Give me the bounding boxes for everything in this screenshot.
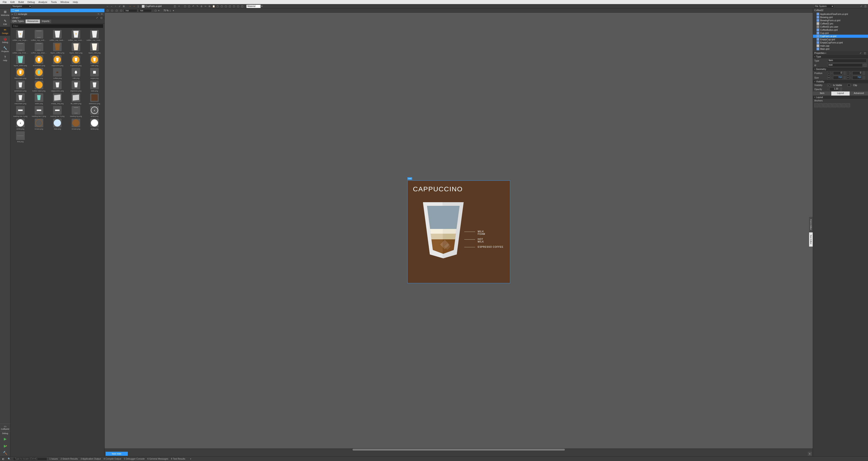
h-spinner[interactable] <box>863 76 865 79</box>
kit-project[interactable]: ▭Coffee02 <box>0 424 10 431</box>
resource-item[interactable]: loading bar 1.png <box>12 106 29 117</box>
canvas-tool-4-icon[interactable]: ▢ <box>119 9 123 12</box>
export-icon[interactable]: ⇱ <box>98 13 99 15</box>
undo-icon[interactable]: ↶ <box>191 4 195 8</box>
props-expand-icon[interactable]: ⤢ <box>859 51 862 55</box>
resource-item[interactable]: coffee_cup_outline.p… <box>30 30 48 41</box>
anchor-left[interactable] <box>824 103 828 107</box>
resource-item[interactable]: white.png <box>86 119 103 130</box>
resource-item[interactable]: liquid_coffee.png <box>49 42 66 54</box>
navigator-root-row[interactable]: root <box>10 9 104 12</box>
resource-item[interactable]: reference.png <box>86 93 103 105</box>
sidebar-toggle-icon[interactable]: ◧ <box>1 457 5 461</box>
menu-debug[interactable]: Debug <box>26 1 36 3</box>
resource-item[interactable]: Americano.png <box>30 55 48 67</box>
is-visible-checkbox[interactable] <box>828 84 830 87</box>
canvas-opt-icon[interactable]: ▢ <box>154 9 157 12</box>
add-state-button[interactable]: + <box>808 452 812 456</box>
output-pane-tab[interactable]: 4 Compile Output <box>103 458 121 460</box>
resource-item[interactable]: cappuccino.png <box>49 80 66 92</box>
mode-help[interactable]: ?Help <box>0 54 10 63</box>
resource-item[interactable]: liquid_milk.png <box>86 42 103 54</box>
w-spinner[interactable] <box>843 76 846 79</box>
resource-item[interactable]: liquid_water.png <box>12 55 29 67</box>
anchor-hcenter[interactable] <box>841 103 845 107</box>
canvas-width-input[interactable]: 768 <box>124 9 137 12</box>
file-row[interactable]: EmptyCupForm.ui.qml <box>813 41 868 44</box>
resource-item[interactable]: coffee_cup_back.png <box>49 30 66 41</box>
menu-tools[interactable]: Tools <box>49 1 59 3</box>
type-section-header[interactable]: Type <box>813 55 868 58</box>
tool-d-icon[interactable]: ▢ <box>228 4 232 8</box>
y-spinner[interactable] <box>863 71 865 75</box>
design-surface[interactable]: CAPPUCCINO <box>407 180 510 283</box>
anchor-fill[interactable] <box>832 103 837 107</box>
menu-window[interactable]: Window <box>58 1 71 3</box>
visibility-section-header[interactable]: Visibility <box>813 80 868 83</box>
open-file-tab[interactable]: CupForm.ui.qml <box>141 5 163 8</box>
resource-item[interactable]: loading bar 3.png <box>49 106 66 117</box>
build-button[interactable]: 🔨 <box>0 450 10 457</box>
y-input[interactable]: 0 <box>852 71 862 75</box>
text-editor-tab[interactable]: Text Editor <box>809 232 813 247</box>
resource-item[interactable]: liquid_foam.png <box>67 42 85 54</box>
base-state-chip[interactable]: base state <box>105 452 128 456</box>
layout-tab-advanced[interactable]: Advanced <box>850 92 868 96</box>
output-pane-tab[interactable]: 8 Test Results <box>171 458 185 460</box>
resource-item[interactable]: loading bar 2.png <box>30 106 48 117</box>
resource-item[interactable]: milk.png <box>67 68 85 79</box>
resource-item[interactable]: loading bg.png <box>67 106 85 117</box>
opacity-input[interactable]: 1.00 <box>830 88 839 91</box>
resource-item[interactable]: espresso.png <box>67 80 85 92</box>
mode-debug[interactable]: 🐞Debug <box>0 36 10 45</box>
resource-item[interactable]: Latte.png <box>86 55 103 67</box>
visibility-icon[interactable]: 👁 <box>101 13 103 15</box>
menu-analyze[interactable]: Analyze <box>37 1 49 3</box>
output-pane-tab[interactable]: 6 General Messages <box>147 458 168 460</box>
mode-design[interactable]: ✏Design <box>0 27 10 36</box>
panel-split-icon[interactable]: ◫ <box>864 4 867 8</box>
library-tab-qml-types[interactable]: QML Types <box>10 20 26 23</box>
output-pane-tab[interactable]: 3 Application Output <box>81 458 101 460</box>
run-button[interactable]: ▶ <box>0 435 10 442</box>
mode-welcome[interactable]: ⊞Welcome <box>0 9 10 18</box>
tool-g-icon[interactable]: ▢ <box>240 4 244 8</box>
nav-fwd-icon[interactable]: → <box>110 4 113 8</box>
search-icon[interactable]: 🔍 <box>7 457 11 461</box>
file-row[interactable]: Coffee02.pro <box>813 22 868 25</box>
resource-item[interactable]: macchiato.png <box>12 93 29 105</box>
form-editor-tab[interactable]: Form Editor <box>809 217 813 232</box>
resource-item[interactable]: Macchiato.png <box>12 68 29 79</box>
tool-2-icon[interactable]: ▢ <box>187 4 191 8</box>
redo-icon[interactable]: ↷ <box>195 4 199 8</box>
file-row[interactable]: Coffee02.pro.user <box>813 25 868 28</box>
resource-item[interactable]: ›white.png <box>12 119 29 130</box>
layout-tab-item[interactable]: Item <box>813 92 831 96</box>
h-input[interactable]: 768 <box>852 76 862 79</box>
navigator-child-row[interactable]: ▸ rectangle ⇱ 👁 <box>10 12 104 16</box>
resource-item[interactable]: coffee_cup_shadow… <box>30 42 48 54</box>
file-row[interactable]: EmptyCup.qml <box>813 38 868 41</box>
nav-expand-icon[interactable]: ⤢ <box>118 4 121 8</box>
navigator-dropdown[interactable]: Navigator ▾ <box>11 4 32 8</box>
file-row[interactable]: ApplicationFlowForm.ui.qml <box>813 12 868 15</box>
resource-item[interactable]: coffee_cup_front.png <box>12 42 29 54</box>
file-lock-icon[interactable]: ▯ <box>136 4 140 8</box>
layout-section-header[interactable]: Layout <box>813 96 868 99</box>
anchor-top[interactable] <box>814 103 818 107</box>
resource-item[interactable]: latte.png <box>86 80 103 92</box>
opacity-spinner[interactable] <box>840 88 842 91</box>
tool-1-icon[interactable]: ▢ <box>183 4 187 8</box>
mode-edit[interactable]: ✎Edit <box>0 18 10 27</box>
menu-build[interactable]: Build <box>17 1 26 3</box>
menu-help[interactable]: Help <box>71 1 80 3</box>
close-tab-icon[interactable]: × <box>178 5 180 7</box>
tool-f-icon[interactable]: ▢ <box>236 4 240 8</box>
anchor-right[interactable] <box>828 103 832 107</box>
resource-item[interactable]: Water.png <box>30 68 48 79</box>
resource-item[interactable]: coffee_cup_coverplat… <box>67 30 85 41</box>
geometry-section-header[interactable]: Geometry <box>813 67 868 71</box>
output-pane-tab[interactable]: 1 Issues <box>50 458 58 460</box>
kit-config[interactable]: Debug <box>0 431 10 435</box>
style-selector[interactable]: Material <box>246 4 261 8</box>
